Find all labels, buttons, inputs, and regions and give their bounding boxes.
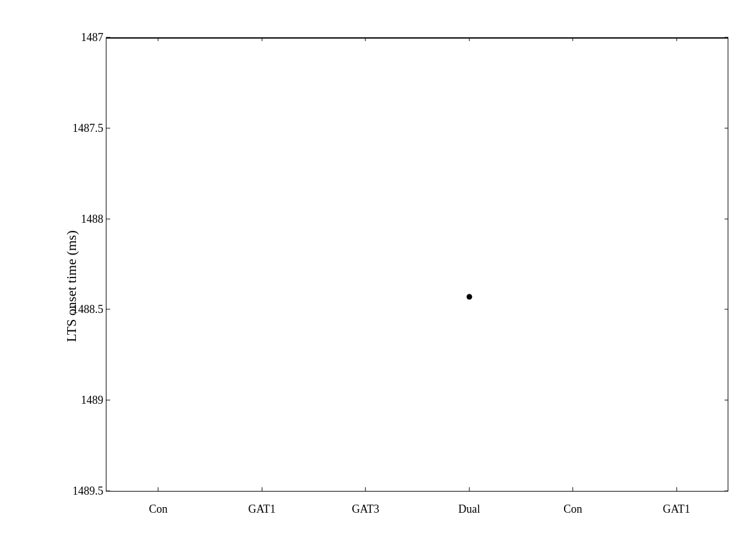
- y-tick: [106, 491, 110, 492]
- y-tick-label: 1488: [81, 212, 103, 225]
- y-tick-label: 1488.5: [73, 303, 104, 316]
- y-tick-right: [725, 128, 728, 128]
- y-tick: [106, 309, 110, 310]
- x-tick-top: [158, 37, 159, 41]
- y-tick: [106, 400, 110, 401]
- chart-container: LTS onset time (ms) 14871487.514881488.5…: [0, 0, 747, 560]
- data-point: [466, 294, 472, 300]
- x-tick: [158, 487, 159, 491]
- y-tick: [106, 218, 110, 219]
- plot-area: 14871487.514881488.514891489.5ConGAT1GAT…: [106, 37, 728, 492]
- y-tick-label: 1487.5: [73, 121, 104, 134]
- y-tick-right: [725, 309, 728, 310]
- x-tick-top: [469, 37, 469, 41]
- x-tick-label: Con: [563, 503, 582, 516]
- x-tick-label: Con: [149, 503, 167, 516]
- y-tick: [106, 37, 110, 38]
- y-axis-label: LTS onset time (ms): [63, 230, 80, 342]
- chart-wrapper: LTS onset time (ms) 14871487.514881488.5…: [50, 31, 735, 541]
- x-tick-top: [573, 37, 573, 41]
- x-tick-label: Dual: [458, 503, 480, 516]
- right-border: [728, 37, 729, 491]
- y-tick-label: 1489.5: [73, 485, 104, 498]
- x-tick-top: [261, 37, 262, 41]
- y-tick-label: 1489: [81, 394, 103, 407]
- y-tick-right: [725, 491, 728, 492]
- x-tick: [469, 487, 469, 491]
- x-tick-top: [365, 37, 366, 41]
- x-tick: [573, 487, 573, 491]
- x-tick: [261, 487, 262, 491]
- y-tick-right: [725, 400, 728, 401]
- x-tick-top: [676, 37, 677, 41]
- y-tick-right: [725, 218, 728, 219]
- x-tick: [365, 487, 366, 491]
- x-tick-label: GAT1: [663, 503, 690, 516]
- y-tick: [106, 128, 110, 128]
- y-tick-label: 1487: [81, 31, 103, 44]
- y-tick-right: [725, 37, 728, 38]
- x-tick-label: GAT3: [352, 503, 379, 516]
- top-border: [106, 37, 728, 39]
- x-tick-label: GAT1: [248, 503, 276, 516]
- x-tick: [676, 487, 677, 491]
